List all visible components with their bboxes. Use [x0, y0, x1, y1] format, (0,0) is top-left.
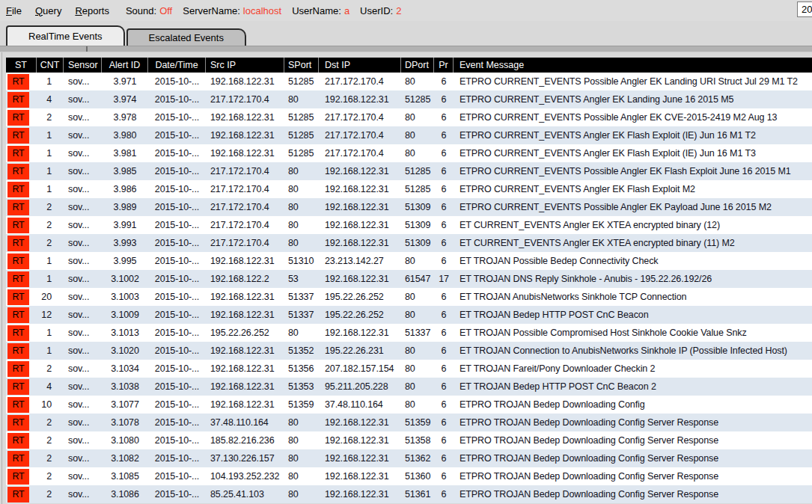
cell-msg: ET TROJAN Possible Compromised Host Sink…: [454, 324, 812, 342]
cell-alert_id: 3.986: [102, 180, 148, 198]
cell-st: RT: [6, 306, 37, 324]
menu-file[interactable]: File: [6, 2, 29, 19]
column-header-sport[interactable]: SPort: [284, 58, 319, 73]
cell-sensor: sov...: [64, 144, 102, 162]
event-row[interactable]: RT1sov...3.9862015-10-...217.172.170.480…: [6, 180, 812, 198]
cell-alert_id: 3.971: [102, 73, 148, 90]
status-badge: RT: [7, 433, 29, 449]
status-label: UserName:: [292, 5, 341, 16]
cell-src_ip: 217.172.170.4: [206, 198, 284, 216]
cell-cnt: 2: [37, 234, 64, 252]
column-header-src_ip[interactable]: Src IP: [206, 58, 284, 73]
cell-datetime: 2015-10-...: [148, 378, 206, 396]
cell-sport: 51337: [284, 306, 319, 324]
cell-datetime: 2015-10-...: [148, 73, 206, 90]
cell-src_ip: 217.172.170.4: [206, 180, 284, 198]
cell-sport: 80: [284, 180, 319, 198]
menu-query[interactable]: Query: [35, 2, 69, 19]
cell-sport: 51353: [284, 378, 319, 396]
cell-src_ip: 217.172.170.4: [206, 216, 284, 234]
event-row[interactable]: RT10sov...3.10772015-10-...192.168.122.3…: [6, 396, 812, 414]
cell-st: RT: [6, 126, 37, 144]
cell-dport: 80: [401, 252, 434, 270]
event-row[interactable]: RT4sov...3.10382015-10-...192.168.122.31…: [6, 378, 812, 396]
column-header-alert_id[interactable]: Alert ID: [102, 58, 148, 73]
event-row[interactable]: RT2sov...3.9932015-10-...217.172.170.480…: [6, 234, 812, 252]
status-label: ServerName:: [183, 5, 240, 16]
cell-cnt: 12: [37, 306, 64, 324]
cell-msg: ETPRO CURRENT_EVENTS Possible Angler EK …: [454, 198, 812, 216]
cell-msg: ET TROJAN Bedep HTTP POST CnC Beacon 2: [454, 378, 812, 396]
column-header-dst_ip[interactable]: Dst IP: [319, 58, 401, 73]
cell-src_ip: 192.168.122.31: [206, 306, 284, 324]
tab-escalated-events[interactable]: Escalated Events: [126, 28, 246, 46]
event-row[interactable]: RT2sov...3.10802015-10-...185.82.216.236…: [6, 431, 812, 449]
pane-sash[interactable]: [0, 46, 812, 52]
column-header-msg[interactable]: Event Message: [454, 58, 812, 73]
cell-dport: 51309: [401, 234, 434, 252]
cell-src_ip: 217.172.170.4: [206, 162, 284, 180]
cell-sensor: sov...: [64, 90, 102, 108]
event-row[interactable]: RT1sov...3.10132015-10-...195.22.26.2528…: [6, 324, 812, 342]
event-row[interactable]: RT2sov...3.10822015-10-...37.130.226.157…: [6, 449, 812, 467]
cell-alert_id: 3.1082: [102, 449, 148, 467]
cell-src_ip: 192.168.122.31: [206, 108, 284, 126]
status-badge: RT: [7, 469, 29, 485]
cell-cnt: 4: [37, 378, 64, 396]
cell-cnt: 2: [37, 216, 64, 234]
event-row[interactable]: RT1sov...3.9712015-10-...192.168.122.315…: [6, 73, 812, 90]
cell-sport: 80: [284, 216, 319, 234]
column-header-dport[interactable]: DPort: [401, 58, 434, 73]
event-row[interactable]: RT1sov...3.10022015-10-...192.168.122.25…: [6, 270, 812, 288]
cell-dport: 80: [401, 360, 434, 378]
cell-st: RT: [6, 288, 37, 306]
cell-sensor: sov...: [64, 198, 102, 216]
event-row[interactable]: RT2sov...3.9892015-10-...217.172.170.480…: [6, 198, 812, 216]
cell-msg: ET TROJAN Bedep HTTP POST CnC Beacon: [454, 306, 812, 324]
event-row[interactable]: RT2sov...3.9782015-10-...192.168.122.315…: [6, 108, 812, 126]
event-row[interactable]: RT1sov...3.9952015-10-...192.168.122.315…: [6, 252, 812, 270]
column-header-pr[interactable]: Pr: [434, 58, 454, 73]
cell-st: RT: [6, 198, 37, 216]
cell-msg: ETPRO TROJAN Bedep Downloading Config Se…: [454, 467, 812, 485]
cell-dst_ip: 192.168.122.31: [319, 162, 401, 180]
event-row[interactable]: RT2sov...3.10342015-10-...192.168.122.31…: [6, 360, 812, 378]
cell-msg: ETPRO CURRENT_EVENTS Possible Angler EK …: [454, 73, 812, 90]
status-badge: RT: [7, 146, 29, 162]
cell-sport: 53: [284, 270, 319, 288]
event-row[interactable]: RT1sov...3.9812015-10-...192.168.122.315…: [6, 144, 812, 162]
cell-cnt: 10: [37, 396, 64, 414]
cell-cnt: 1: [37, 270, 64, 288]
event-row[interactable]: RT2sov...3.10782015-10-...37.48.110.1648…: [6, 414, 812, 431]
tab-realtime-events[interactable]: RealTime Events: [6, 25, 125, 46]
cell-dport: 51359: [401, 414, 434, 431]
event-row[interactable]: RT12sov...3.10092015-10-...192.168.122.3…: [6, 306, 812, 324]
cell-pr: 6: [434, 449, 454, 467]
event-row[interactable]: RT2sov...3.10862015-10-...85.25.41.10380…: [6, 485, 812, 503]
event-row[interactable]: RT1sov...3.10202015-10-...192.168.122.31…: [6, 342, 812, 360]
menu-reports[interactable]: Reports: [75, 2, 117, 19]
cell-dport: 61547: [401, 270, 434, 288]
cell-cnt: 2: [37, 108, 64, 126]
tab-bar: RealTime EventsEscalated Events: [0, 21, 812, 46]
column-header-st[interactable]: ST: [6, 58, 37, 73]
event-row[interactable]: RT1sov...3.9852015-10-...217.172.170.480…: [6, 162, 812, 180]
cell-datetime: 2015-10-...: [148, 449, 206, 467]
cell-dst_ip: 192.168.122.31: [319, 180, 401, 198]
event-row[interactable]: RT4sov...3.9742015-10-...217.172.170.480…: [6, 90, 812, 108]
event-row[interactable]: RT2sov...3.9912015-10-...217.172.170.480…: [6, 216, 812, 234]
event-row[interactable]: RT1sov...3.9802015-10-...192.168.122.315…: [6, 126, 812, 144]
cell-dport: 51358: [401, 431, 434, 449]
column-header-sensor[interactable]: Sensor: [64, 58, 102, 73]
column-header-datetime[interactable]: Date/Time: [148, 58, 206, 73]
column-header-cnt[interactable]: CNT: [37, 58, 64, 73]
cell-src_ip: 192.168.122.31: [206, 144, 284, 162]
cell-sensor: sov...: [64, 414, 102, 431]
event-row[interactable]: RT2sov...3.10852015-10-...104.193.252.23…: [6, 467, 812, 485]
cell-cnt: 2: [37, 467, 64, 485]
status-badge: RT: [7, 164, 29, 179]
event-row[interactable]: RT20sov...3.10032015-10-...192.168.122.3…: [6, 288, 812, 306]
cell-pr: 6: [434, 360, 454, 378]
cell-st: RT: [6, 485, 37, 503]
cell-dport: 80: [401, 108, 434, 126]
